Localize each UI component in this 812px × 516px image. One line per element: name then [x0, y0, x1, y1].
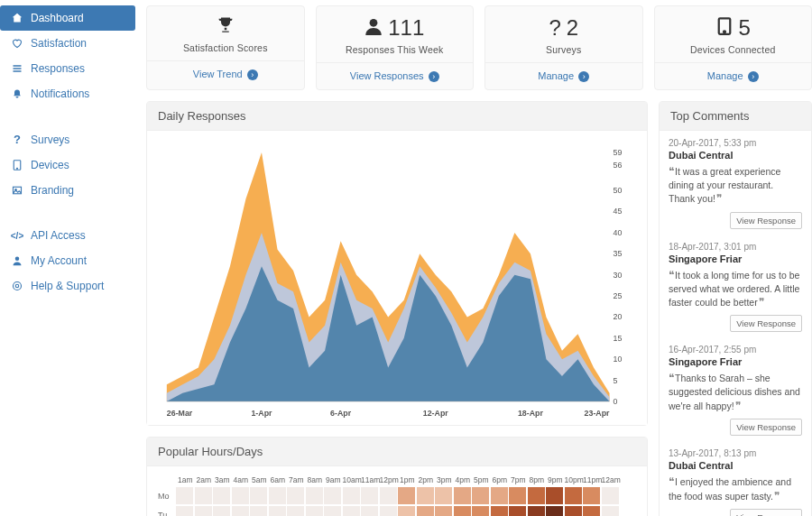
panel-title: Top Comments	[660, 102, 811, 131]
view-response-button[interactable]: View Response	[730, 509, 802, 516]
comment-location: Dubai Central	[669, 150, 802, 161]
arrow-right-icon: ›	[578, 71, 589, 82]
heatmap-cell	[528, 487, 545, 504]
heatmap-cell	[361, 487, 378, 504]
svg-text:45: 45	[613, 207, 622, 217]
svg-point-4	[16, 168, 17, 169]
home-icon	[11, 13, 23, 23]
heatmap-hour-label: 10am	[343, 475, 362, 484]
heatmap-cell	[176, 506, 193, 516]
heatmap-cell	[213, 506, 230, 516]
svg-text:25: 25	[613, 291, 622, 300]
stat-action-link[interactable]: View Responses ›	[317, 62, 474, 89]
stat-card-responses-this-week: 111Responses This WeekView Responses ›	[316, 5, 475, 90]
heatmap-cell	[546, 487, 563, 504]
sidebar: DashboardSatisfactionResponsesNotificati…	[0, 0, 135, 516]
heatmap-cell	[306, 487, 323, 504]
heatmap-cell	[213, 487, 230, 504]
svg-point-8	[14, 282, 22, 290]
comment-item: 18-Apr-2017, 3:01 pmSingapore FriarIt to…	[669, 242, 802, 333]
daily-responses-panel: Daily Responses 051015202530354045505659…	[146, 101, 648, 426]
tablet-icon	[715, 17, 734, 41]
heatmap-hour-label: 7am	[287, 475, 306, 484]
user-icon	[364, 17, 383, 41]
heatmap-hour-label: 1am	[176, 475, 195, 484]
svg-text:5: 5	[613, 376, 617, 385]
svg-text:6-Apr: 6-Apr	[330, 409, 352, 418]
svg-rect-0	[14, 65, 22, 67]
heatmap-hour-label: 11am	[361, 475, 380, 484]
sidebar-item-satisfaction[interactable]: Satisfaction	[0, 31, 135, 56]
sidebar-item-api-access[interactable]: </>API Access	[0, 223, 135, 248]
heatmap-cell	[380, 506, 397, 516]
arrow-right-icon: ›	[748, 71, 759, 82]
stat-action-link[interactable]: Manage ›	[655, 62, 812, 89]
heatmap-cell	[324, 487, 341, 504]
comment-time: 13-Apr-2017, 8:13 pm	[669, 448, 802, 458]
stat-title: Satisfaction Scores	[154, 42, 297, 53]
heatmap-cell	[546, 506, 563, 516]
comment-location: Singapore Friar	[669, 356, 802, 367]
stat-action-link[interactable]: Manage ›	[485, 62, 642, 89]
trophy-icon	[217, 15, 235, 39]
svg-text:12-Apr: 12-Apr	[423, 409, 448, 418]
comment-time: 18-Apr-2017, 3:01 pm	[669, 242, 802, 252]
sidebar-item-help-support[interactable]: Help & Support	[0, 273, 135, 299]
heatmap-hour-label: 4am	[232, 475, 251, 484]
heatmap-cell	[454, 487, 471, 504]
sidebar-item-dashboard[interactable]: Dashboard	[0, 5, 135, 31]
svg-text:56: 56	[613, 161, 622, 170]
heatmap-cell	[454, 506, 471, 516]
heatmap-hour-label: 6am	[269, 475, 288, 484]
comment-item: 13-Apr-2017, 8:13 pmDubai CentralI enjoy…	[669, 448, 802, 516]
heatmap-cell	[343, 506, 360, 516]
sidebar-item-label: Dashboard	[31, 12, 84, 24]
heatmap-hour-label: 7pm	[509, 475, 528, 484]
user-icon	[11, 255, 23, 266]
comment-item: 20-Apr-2017, 5:33 pmDubai CentralIt was …	[669, 138, 802, 229]
heatmap-hour-label: 10pm	[565, 475, 584, 484]
heatmap-cell	[417, 506, 434, 516]
view-response-button[interactable]: View Response	[730, 212, 802, 229]
heatmap-hour-label: 4pm	[454, 475, 473, 484]
view-response-button[interactable]: View Response	[730, 315, 802, 332]
svg-text:18-Apr: 18-Apr	[518, 409, 543, 418]
sidebar-item-branding[interactable]: Branding	[0, 178, 135, 203]
comment-time: 16-Apr-2017, 2:55 pm	[669, 345, 802, 355]
sidebar-item-surveys[interactable]: ?Surveys	[0, 126, 135, 152]
top-comments-panel: Top Comments 20-Apr-2017, 5:33 pmDubai C…	[659, 101, 812, 516]
sidebar-item-notifications[interactable]: Notifications	[0, 81, 135, 106]
heatmap-hour-label: 1pm	[398, 475, 417, 484]
view-response-button[interactable]: View Response	[730, 419, 802, 436]
arrow-right-icon: ›	[247, 69, 258, 80]
stat-value: 2	[567, 15, 578, 41]
heatmap-hour-label: 9am	[324, 475, 343, 484]
heatmap-hour-label: 5am	[250, 475, 269, 484]
stat-action-link[interactable]: View Trend ›	[147, 60, 304, 88]
image-icon	[11, 185, 23, 196]
life-ring-icon	[11, 281, 23, 291]
svg-point-12	[724, 31, 725, 32]
daily-responses-chart: 05101520253035404550565926-Mar1-Apr6-Apr…	[158, 149, 636, 419]
svg-rect-2	[14, 70, 22, 72]
heatmap-hour-label: 8am	[306, 475, 325, 484]
heatmap-cell	[509, 487, 526, 504]
heatmap-cell	[361, 506, 378, 516]
heatmap-cell	[472, 487, 489, 504]
svg-text:20: 20	[613, 312, 622, 321]
svg-text:40: 40	[613, 228, 622, 237]
code-icon: </>	[11, 231, 23, 241]
heatmap-cell	[398, 506, 415, 516]
heatmap-hour-label: 3pm	[435, 475, 454, 484]
heatmap-cell	[435, 506, 452, 516]
sidebar-item-label: Branding	[31, 184, 74, 197]
heatmap-hour-label: 3am	[213, 475, 232, 484]
sidebar-item-devices[interactable]: Devices	[0, 152, 135, 178]
stat-row: Satisfaction ScoresView Trend ›111Respon…	[146, 5, 812, 90]
arrow-right-icon: ›	[429, 71, 439, 82]
sidebar-item-label: Help & Support	[31, 280, 104, 292]
heatmap-cell	[232, 506, 249, 516]
sidebar-item-responses[interactable]: Responses	[0, 56, 135, 81]
sidebar-item-my-account[interactable]: My Account	[0, 248, 135, 273]
heatmap-hour-label: 12am	[602, 475, 621, 484]
